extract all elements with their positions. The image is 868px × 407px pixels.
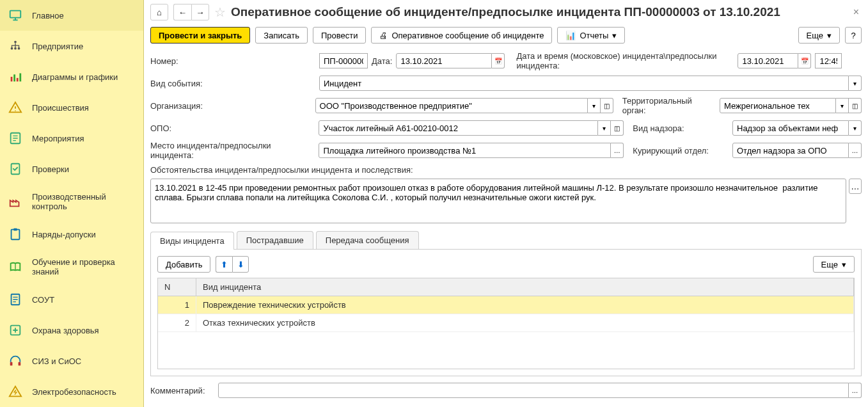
col-header-n[interactable]: N [158,278,196,296]
dropdown-button[interactable]: ▾ [836,98,849,113]
supervision-input[interactable] [732,120,849,136]
doc-icon [8,292,23,307]
sidebar-item-prodcontrol[interactable]: Производственный контроль [0,184,143,219]
reports-label: Отчеты [580,31,608,40]
circumstances-textarea[interactable] [150,179,846,223]
circumstances-label: Обстоятельства инцидента/предпосылки инц… [150,165,413,175]
date-label: Дата: [372,56,392,66]
sidebar-item-training[interactable]: Обучение и проверка знаний [0,250,143,284]
svg-rect-6 [13,74,15,81]
sidebar-label: Диаграммы и графики [32,72,118,82]
svg-rect-15 [10,362,13,366]
sidebar-item-incidents[interactable]: Происшествия [0,92,143,123]
ellipsis-button[interactable]: … [849,383,862,398]
factory-icon [8,194,23,209]
calendar-button[interactable]: 📅 [492,53,505,68]
reports-button[interactable]: 📊 Отчеты ▾ [557,27,625,44]
incident-time-input[interactable] [815,53,842,68]
opo-input[interactable] [319,120,598,136]
dropdown-button[interactable]: ▾ [849,76,862,91]
more-button[interactable]: Еще ▾ [813,256,855,273]
sidebar-item-events[interactable]: Мероприятия [0,123,143,154]
sidebar-item-permits[interactable]: Наряды-допуски [0,219,143,250]
event-type-input[interactable] [319,76,849,91]
tab-incident-types[interactable]: Виды инцидента [150,232,234,250]
toolbar: Провести и закрыть Записать Провести 🖨 О… [150,27,862,44]
svg-point-2 [11,47,13,50]
svg-point-4 [18,47,20,50]
department-input[interactable] [732,143,849,158]
sidebar-item-electro[interactable]: Электробезопасность [0,376,143,407]
svg-rect-0 [10,11,21,18]
dropdown-button[interactable]: ▾ [598,120,611,136]
ellipsis-button[interactable]: … [849,143,862,158]
dropdown-button[interactable]: ▾ [588,98,601,113]
open-button[interactable]: ◫ [611,120,624,136]
incident-date-input[interactable] [738,53,798,68]
open-button[interactable]: ◫ [849,98,862,113]
calendar-icon: 📅 [801,58,809,65]
report-icon: 📊 [565,31,576,40]
cell-type: Повреждение технических устройств [196,296,854,314]
tabs: Виды инцидента Пострадавшие Передача соо… [150,231,862,250]
org-input[interactable] [315,98,588,113]
post-button[interactable]: Провести [313,27,367,44]
sidebar-item-health[interactable]: Охрана здоровья [0,315,143,346]
post-close-button[interactable]: Провести и закрыть [150,27,250,44]
home-icon: ⌂ [157,8,162,17]
sidebar-item-enterprise[interactable]: Предприятие [0,31,143,61]
ellipsis-button[interactable]: … [611,143,624,158]
favorite-star[interactable]: ☆ [214,4,226,20]
cell-n: 2 [158,314,196,331]
table-row[interactable]: 2 Отказ технических устройств [158,314,854,332]
print-label: Оперативное сообщение об инциденте [391,31,544,40]
more-label: Еще [807,31,823,40]
table-row[interactable]: 1 Повреждение технических устройств [158,296,854,314]
comment-label: Комментарий: [150,386,214,395]
back-button[interactable]: ← [173,4,191,20]
sidebar-label: Охрана здоровья [32,326,99,335]
more-button[interactable]: Еще ▾ [798,27,840,44]
move-up-button[interactable]: ⬆ [216,256,232,273]
arrow-right-icon: → [196,8,204,17]
date-input[interactable] [396,53,492,68]
svg-rect-5 [11,77,13,81]
help-button[interactable]: ? [845,27,862,44]
chart-icon [8,69,23,84]
sidebar-item-main[interactable]: Главное [0,0,143,31]
forward-button[interactable]: → [191,4,209,20]
close-button[interactable]: × [851,6,862,18]
calendar-button[interactable]: 📅 [798,53,811,68]
add-button[interactable]: Добавить [157,256,210,273]
ellipsis-button[interactable]: … [849,179,862,194]
place-input[interactable] [319,143,611,158]
move-down-button[interactable]: ⬇ [232,256,249,273]
event-type-label: Вид события: [150,79,315,88]
tab-transmission[interactable]: Передача сообщения [316,231,419,249]
dropdown-icon: ▾ [842,260,846,269]
sidebar-item-checks[interactable]: Проверки [0,154,143,184]
sidebar-item-sout[interactable]: СОУТ [0,284,143,315]
home-button[interactable]: ⌂ [150,4,168,20]
incident-types-table: N Вид инцидента 1 Повреждение технически… [157,278,855,369]
sidebar-item-charts[interactable]: Диаграммы и графики [0,61,143,92]
number-input[interactable] [319,53,368,68]
save-button[interactable]: Записать [255,27,308,44]
print-button[interactable]: 🖨 Оперативное сообщение об инциденте [371,27,552,44]
headset-icon [8,353,23,369]
dropdown-button[interactable]: ▾ [849,120,862,136]
territory-input[interactable] [720,98,836,113]
cell-n: 1 [158,296,196,314]
comment-input[interactable] [218,383,849,398]
svg-rect-12 [13,228,17,231]
col-header-type[interactable]: Вид инцидента [196,278,854,296]
permit-icon [8,227,23,242]
svg-rect-8 [19,74,21,82]
open-button[interactable]: ◫ [601,98,613,113]
sidebar-label: Мероприятия [32,134,84,143]
tab-injured[interactable]: Пострадавшие [237,231,313,249]
calendar-icon: 📅 [494,58,502,65]
sidebar-item-siz[interactable]: СИЗ и СиОС [0,346,143,376]
dropdown-icon: ▾ [827,31,832,40]
arrow-down-icon: ⬇ [237,260,244,269]
